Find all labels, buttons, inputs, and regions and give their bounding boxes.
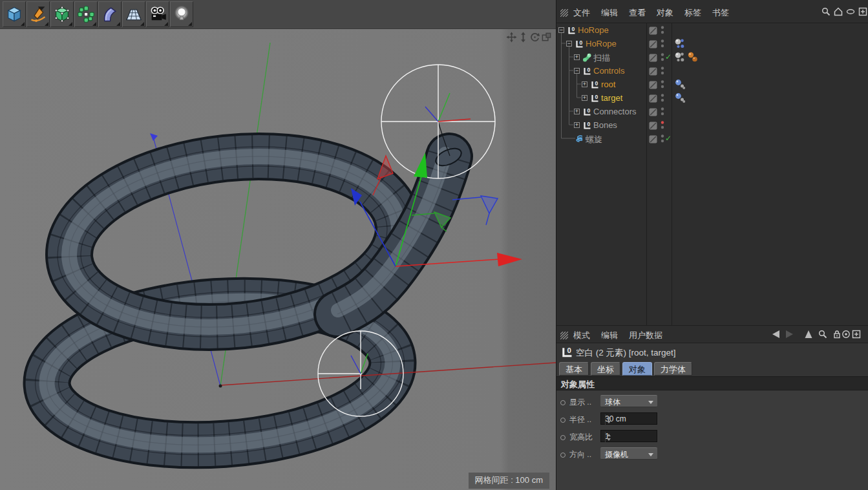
- spline-pen-tool-button[interactable]: [26, 1, 50, 27]
- om-home-icon[interactable]: [833, 6, 843, 19]
- am-forward-icon[interactable]: [784, 329, 796, 342]
- viewport-canvas[interactable]: [0, 29, 556, 490]
- am-menu-1[interactable]: 模式: [573, 330, 590, 341]
- om-search-icon[interactable]: [821, 6, 831, 19]
- om-item-label[interactable]: HoRope: [578, 25, 609, 35]
- om-menu-4[interactable]: 对象: [657, 7, 673, 19]
- expander-plus-icon[interactable]: +: [582, 95, 587, 101]
- value-spinner[interactable]: [605, 432, 612, 443]
- expander-minus-icon[interactable]: −: [566, 41, 572, 47]
- viewport[interactable]: 网格间距 : 100 cm: [0, 29, 556, 490]
- null-object-icon[interactable]: 0: [575, 39, 584, 52]
- tag-blue-ball-gray-dots-icon[interactable]: [675, 79, 686, 92]
- value-spinner[interactable]: [605, 414, 612, 425]
- layer-toggle-icon[interactable]: [649, 39, 657, 51]
- null-object-icon[interactable]: 0: [582, 120, 592, 133]
- null-object-icon[interactable]: 0: [582, 107, 592, 120]
- om-lens-icon[interactable]: [845, 6, 856, 19]
- modeling-cube-tool-button[interactable]: [50, 1, 74, 27]
- helix-object-icon[interactable]: [575, 134, 584, 147]
- keyframe-circle-icon[interactable]: [560, 435, 566, 440]
- om-item-target[interactable]: +0target: [556, 91, 868, 105]
- bend-deformer-tool-button[interactable]: [98, 1, 122, 27]
- om-item-root[interactable]: +0root: [556, 78, 868, 91]
- expander-plus-icon[interactable]: +: [574, 109, 580, 114]
- om-item-HoRope[interactable]: −0HoRope: [556, 37, 868, 50]
- root-null-point[interactable]: [219, 385, 222, 388]
- om-item-label[interactable]: target: [601, 93, 622, 103]
- om-menu-6[interactable]: 书签: [712, 7, 729, 19]
- layer-toggle-icon[interactable]: [649, 67, 657, 78]
- om-item-Connectors[interactable]: +0Connectors: [556, 105, 868, 118]
- am-focus-icon[interactable]: [841, 329, 851, 342]
- tag-gray-ball-blue-dots-icon[interactable]: [675, 38, 686, 52]
- layer-toggle-icon[interactable]: [649, 26, 657, 37]
- layer-toggle-icon[interactable]: [649, 134, 657, 146]
- viewport-pan-icon[interactable]: [506, 32, 517, 43]
- spinner-up-icon[interactable]: [607, 434, 611, 436]
- layer-toggle-icon[interactable]: [649, 94, 657, 105]
- om-item-label[interactable]: Controls: [593, 66, 624, 76]
- keyframe-circle-icon[interactable]: [560, 418, 566, 423]
- keyframe-circle-icon[interactable]: [560, 453, 566, 458]
- om-item-Controls[interactable]: −0Controls: [556, 64, 868, 78]
- layer-toggle-icon[interactable]: [649, 53, 657, 65]
- tab-坐标[interactable]: 坐标: [591, 362, 620, 376]
- om-item-HoRope[interactable]: −0HoRope: [556, 23, 868, 37]
- om-item-螺旋[interactable]: 螺旋✓: [556, 132, 868, 145]
- spinner-up-icon[interactable]: [607, 416, 611, 419]
- tag-orange-balls-icon[interactable]: [687, 52, 699, 65]
- camera-tool-button[interactable]: [146, 1, 169, 27]
- viewport-maximize-icon[interactable]: [541, 32, 552, 43]
- enabled-check-icon[interactable]: ✓: [665, 134, 672, 143]
- om-menu-5[interactable]: 标签: [684, 7, 701, 19]
- om-item-Bones[interactable]: +0Bones: [556, 118, 868, 132]
- am-back-icon[interactable]: [770, 329, 783, 342]
- expander-minus-icon[interactable]: −: [574, 68, 580, 74]
- visibility-dots[interactable]: [660, 132, 665, 148]
- sweep-object-icon[interactable]: [582, 52, 592, 65]
- tag-gray-ball-gray-dots-icon[interactable]: [675, 52, 686, 65]
- viewport-rotate-icon[interactable]: [529, 32, 540, 43]
- cube-primitive-tool-button[interactable]: [3, 1, 26, 27]
- dropdown-方向[interactable]: 摄像机: [600, 447, 657, 460]
- null-object-icon[interactable]: 0: [582, 66, 592, 79]
- floor-environment-tool-button[interactable]: [122, 1, 145, 27]
- expander-plus-icon[interactable]: +: [574, 122, 580, 128]
- om-item-label[interactable]: root: [601, 80, 615, 89]
- expander-plus-icon[interactable]: +: [574, 54, 580, 60]
- tab-基本[interactable]: 基本: [559, 362, 589, 376]
- spinner-down-icon[interactable]: [607, 421, 611, 423]
- am-up-icon[interactable]: [803, 329, 814, 342]
- viewport-zoom-icon[interactable]: [518, 32, 529, 43]
- om-item-label[interactable]: 扫描: [593, 52, 610, 64]
- light-tool-button[interactable]: [170, 1, 193, 27]
- om-item-label[interactable]: 螺旋: [586, 134, 602, 145]
- dropdown-显示[interactable]: 球体: [600, 395, 657, 407]
- om-item-label[interactable]: HoRope: [586, 39, 617, 48]
- layer-toggle-icon[interactable]: [649, 121, 657, 133]
- tag-blue-ball-gray-dots-icon[interactable]: [675, 92, 686, 106]
- om-add-panel-icon[interactable]: [858, 6, 868, 19]
- am-add-panel-icon[interactable]: [851, 329, 862, 342]
- input-宽高比[interactable]: 1: [600, 430, 657, 442]
- layer-toggle-icon[interactable]: [649, 80, 657, 92]
- spinner-down-icon[interactable]: [607, 438, 611, 441]
- expander-plus-icon[interactable]: +: [582, 81, 587, 87]
- input-半径[interactable]: 30 cm: [600, 412, 657, 425]
- om-item-label[interactable]: Bones: [593, 120, 617, 130]
- om-item-label[interactable]: Connectors: [593, 107, 636, 116]
- am-search-icon[interactable]: [818, 329, 828, 342]
- null-object-icon[interactable]: 0: [590, 80, 600, 92]
- enabled-check-icon[interactable]: ✓: [665, 52, 672, 61]
- null-object-icon[interactable]: 0: [567, 25, 577, 38]
- am-menu-3[interactable]: 用户数据: [629, 330, 662, 341]
- keyframe-circle-icon[interactable]: [560, 400, 566, 405]
- expander-minus-icon[interactable]: −: [558, 27, 564, 33]
- tab-力学体[interactable]: 力学体: [654, 362, 692, 376]
- panel-drag-handle-icon[interactable]: [560, 330, 568, 338]
- am-menu-2[interactable]: 编辑: [601, 330, 618, 341]
- null-object-icon[interactable]: 0: [590, 93, 600, 106]
- layer-toggle-icon[interactable]: [649, 107, 657, 119]
- tab-对象[interactable]: 对象: [622, 362, 652, 376]
